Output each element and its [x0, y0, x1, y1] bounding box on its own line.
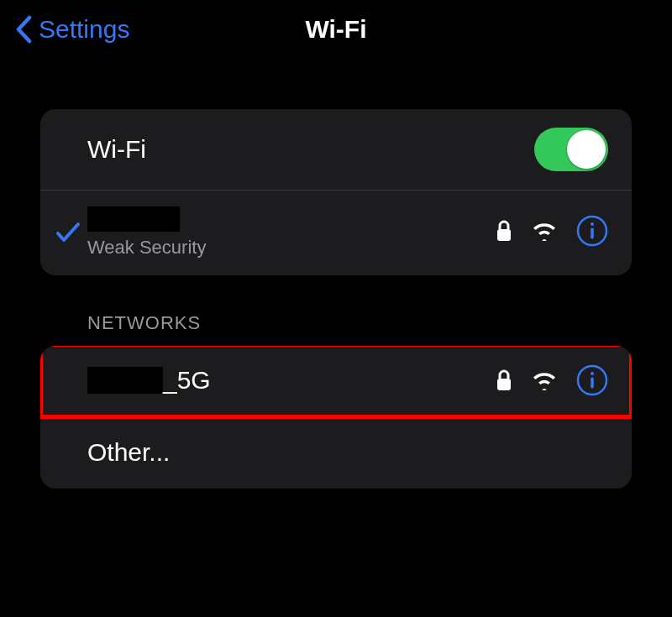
- connected-network-row[interactable]: Weak Security: [40, 191, 632, 275]
- other-network-label: Other...: [87, 438, 608, 467]
- networks-card: _5G: [40, 346, 632, 489]
- connected-network-icons: [496, 215, 608, 247]
- svg-point-2: [591, 222, 594, 226]
- back-button[interactable]: Settings: [15, 15, 129, 44]
- svg-point-6: [591, 372, 594, 375]
- networks-section-header: NETWORKS: [40, 275, 632, 346]
- navigation-header: Settings Wi-Fi: [0, 0, 672, 59]
- wifi-signal-icon: [531, 370, 558, 390]
- available-network-row[interactable]: _5G: [40, 346, 632, 416]
- connected-network-subtitle: Weak Security: [87, 237, 496, 259]
- svg-rect-3: [591, 228, 594, 239]
- svg-rect-7: [591, 378, 594, 389]
- page-title: Wi-Fi: [305, 15, 366, 44]
- checkmark-icon: [55, 222, 81, 243]
- back-label: Settings: [39, 15, 129, 44]
- info-icon[interactable]: [576, 364, 608, 396]
- network-name-suffix: _5G: [163, 366, 211, 395]
- connected-network-name: [87, 204, 496, 232]
- wifi-toggle-row: Wi-Fi: [40, 109, 632, 191]
- toggle-knob: [567, 130, 606, 169]
- wifi-signal-icon: [531, 221, 558, 241]
- other-network-row[interactable]: Other...: [40, 416, 632, 489]
- redacted-name: [87, 367, 163, 394]
- lock-icon: [496, 369, 512, 392]
- wifi-card: Wi-Fi Weak Security: [40, 109, 632, 275]
- content-area: Wi-Fi Weak Security: [0, 59, 672, 489]
- available-network-icons: [496, 364, 608, 396]
- chevron-left-icon: [15, 15, 32, 44]
- wifi-toggle-switch[interactable]: [534, 128, 608, 171]
- wifi-toggle-label: Wi-Fi: [87, 135, 534, 164]
- lock-icon: [496, 219, 512, 243]
- redacted-name: [87, 207, 180, 232]
- info-icon[interactable]: [576, 215, 608, 247]
- connected-network-info: Weak Security: [87, 204, 496, 259]
- svg-rect-0: [497, 229, 511, 241]
- svg-rect-4: [497, 379, 511, 390]
- available-network-name: _5G: [87, 366, 496, 395]
